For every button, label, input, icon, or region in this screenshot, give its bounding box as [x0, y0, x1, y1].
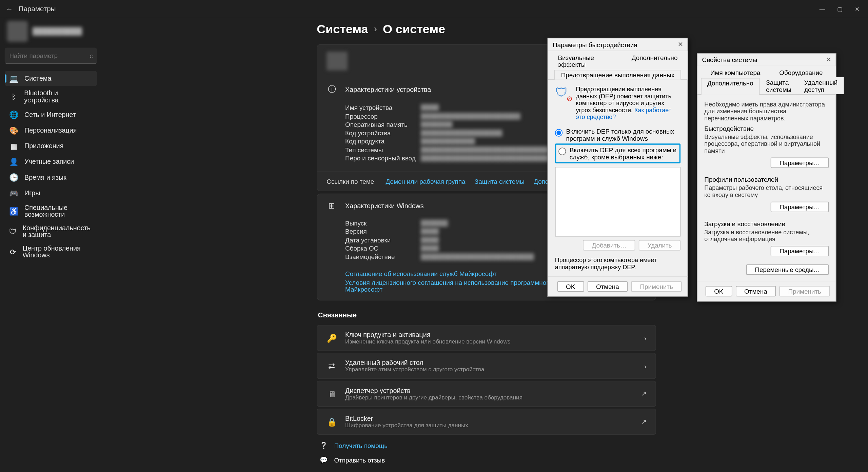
- help-icon: ❔: [319, 442, 328, 449]
- sidebar-item-3[interactable]: 🎨Персонализация: [5, 123, 97, 138]
- boot-settings-button[interactable]: Параметры…: [771, 246, 829, 256]
- delete-button: Удалить: [639, 240, 680, 251]
- pc-thumbnail: [327, 52, 348, 71]
- minimize-button[interactable]: —: [814, 0, 831, 17]
- profile-block[interactable]: ██████████: [5, 17, 97, 47]
- spec-key: Версия: [345, 228, 421, 235]
- profile-name: ██████████: [33, 27, 82, 36]
- nav-icon: 🌐: [9, 110, 18, 119]
- tab-advanced[interactable]: Дополнительно: [625, 52, 684, 69]
- related-card-0[interactable]: 🔑Ключ продукта и активацияИзменение ключ…: [317, 325, 656, 351]
- spec-key: Тип системы: [345, 146, 421, 153]
- nav-label: Персонализация: [24, 127, 77, 134]
- sidebar-item-5[interactable]: 👤Учетные записи: [5, 154, 97, 169]
- cancel-button[interactable]: Отмена: [735, 286, 776, 296]
- apply-button: Применить: [631, 281, 682, 292]
- nav-label: Bluetooth и устройства: [24, 90, 92, 103]
- get-help-link[interactable]: ❔ Получить помощь: [317, 442, 656, 449]
- related-icon: ⇄: [327, 361, 337, 370]
- breadcrumb: Система › О системе: [317, 22, 656, 36]
- spec-key: Взаимодействие: [345, 253, 421, 260]
- spec-key: Имя устройства: [345, 104, 421, 111]
- chevron-icon: ↗: [641, 418, 646, 425]
- window-title: Параметры: [19, 5, 56, 13]
- sidebar-item-9[interactable]: 🛡Конфиденциальность и защита: [5, 221, 97, 241]
- close-icon[interactable]: ✕: [826, 56, 831, 63]
- sidebar-item-8[interactable]: ♿Специальные возможности: [5, 201, 97, 221]
- ok-button[interactable]: OK: [557, 281, 584, 292]
- avatar: [7, 21, 28, 42]
- related-title: BitLocker: [345, 415, 468, 422]
- related-card-1[interactable]: ⇄Удаленный рабочий столУправляйте этим у…: [317, 353, 656, 379]
- profiles-settings-button[interactable]: Параметры…: [771, 202, 829, 212]
- dep-radio-all[interactable]: Включить DEP для всех программ и служб, …: [555, 143, 680, 163]
- dep-radio-essential[interactable]: Включить DEP только для основных програм…: [555, 126, 680, 143]
- chevron-icon: ↗: [641, 390, 646, 397]
- sidebar-item-7[interactable]: 🎮Игры: [5, 185, 97, 201]
- back-button[interactable]: ←: [2, 5, 16, 13]
- related-card-2[interactable]: 🖥Диспетчер устройствДрайверы принтеров и…: [317, 381, 656, 407]
- search-box[interactable]: ⌕: [5, 48, 97, 64]
- close-icon[interactable]: ✕: [678, 41, 683, 48]
- spec-key: Перо и сенсорный ввод: [345, 155, 421, 162]
- tab-advanced[interactable]: Дополнительно: [701, 78, 760, 95]
- nav-icon: 💻: [9, 74, 18, 83]
- chevron-icon: ›: [644, 334, 646, 341]
- related-icon: 🖥: [327, 389, 337, 398]
- windows-specs-title: Характеристики Windows: [345, 202, 424, 209]
- boot-group-desc: Загрузка и восстановление системы, отлад…: [704, 229, 829, 242]
- perf-group-title: Быстродействие: [704, 125, 829, 132]
- related-subtitle: Управляйте этим устройством с другого ус…: [345, 366, 484, 373]
- titlebar: ← Параметры — ▢ ✕: [0, 0, 868, 17]
- nav-icon: ᛒ: [9, 92, 18, 101]
- ok-button[interactable]: OK: [705, 286, 732, 296]
- nav-label: Приложения: [24, 142, 63, 150]
- sidebar-item-0[interactable]: 💻Система: [5, 71, 97, 86]
- link-system-protection[interactable]: Защита системы: [475, 178, 525, 185]
- tab-remote[interactable]: Удаленный доступ: [798, 77, 844, 94]
- search-input[interactable]: [9, 52, 90, 59]
- related-title: Удаленный рабочий стол: [345, 359, 484, 366]
- spec-key: Выпуск: [345, 219, 421, 227]
- related-subtitle: Драйверы принтеров и другие драйверы, св…: [345, 394, 522, 400]
- maximize-button[interactable]: ▢: [831, 0, 848, 17]
- shield-icon: [555, 85, 571, 102]
- nav-icon: ⟳: [9, 247, 17, 256]
- cancel-button[interactable]: Отмена: [587, 281, 628, 292]
- dep-hw-note: Процессор этого компьютера имеет аппарат…: [555, 256, 680, 270]
- nav-icon: 🎮: [9, 188, 18, 197]
- tab-system-protection[interactable]: Защита системы: [760, 77, 798, 94]
- spec-key: Процессор: [345, 113, 421, 120]
- perf-settings-button[interactable]: Параметры…: [771, 157, 829, 168]
- related-title: Ключ продукта и активация: [345, 331, 510, 338]
- breadcrumb-root[interactable]: Система: [317, 22, 368, 36]
- link-domain[interactable]: Домен или рабочая группа: [386, 178, 465, 185]
- tab-hardware[interactable]: Оборудование: [773, 67, 829, 77]
- env-vars-button[interactable]: Переменные среды…: [746, 264, 829, 275]
- nav-label: Центр обновления Windows: [23, 245, 93, 259]
- dep-exclusion-list[interactable]: [555, 167, 680, 237]
- performance-options-dialog: Параметры быстродействия ✕ Визуальные эф…: [548, 38, 688, 297]
- sidebar-item-2[interactable]: 🌐Сеть и Интернет: [5, 107, 97, 122]
- nav-icon: 🛡: [9, 227, 17, 236]
- sidebar-item-4[interactable]: ▦Приложения: [5, 138, 97, 154]
- related-title: Диспетчер устройств: [345, 387, 522, 394]
- spec-key: Оперативная память: [345, 121, 421, 128]
- sidebar-item-10[interactable]: ⟳Центр обновления Windows: [5, 242, 97, 261]
- dep-radio-all-input[interactable]: [558, 148, 566, 155]
- sidebar-item-6[interactable]: 🕒Время и язык: [5, 170, 97, 185]
- tab-visual-effects[interactable]: Визуальные эффекты: [552, 52, 625, 69]
- system-properties-dialog: Свойства системы ✕ Имя компьютера Оборуд…: [697, 53, 836, 302]
- perf-dialog-title: Параметры быстродействия: [553, 41, 637, 48]
- dep-radio-essential-input[interactable]: [555, 129, 563, 137]
- related-icon: 🔑: [327, 333, 337, 342]
- add-button: Добавить…: [583, 240, 635, 251]
- feedback-link[interactable]: 💬 Отправить отзыв: [317, 456, 656, 464]
- nav-label: Игры: [24, 190, 40, 197]
- sidebar-item-1[interactable]: ᛒBluetooth и устройства: [5, 86, 97, 106]
- tab-dep[interactable]: Предотвращение выполнения данных: [555, 70, 681, 80]
- nav-label: Система: [24, 75, 51, 82]
- related-card-3[interactable]: 🔒BitLockerШифрование устройства для защи…: [317, 409, 656, 435]
- tab-computer-name[interactable]: Имя компьютера: [704, 67, 767, 77]
- close-button[interactable]: ✕: [848, 0, 866, 17]
